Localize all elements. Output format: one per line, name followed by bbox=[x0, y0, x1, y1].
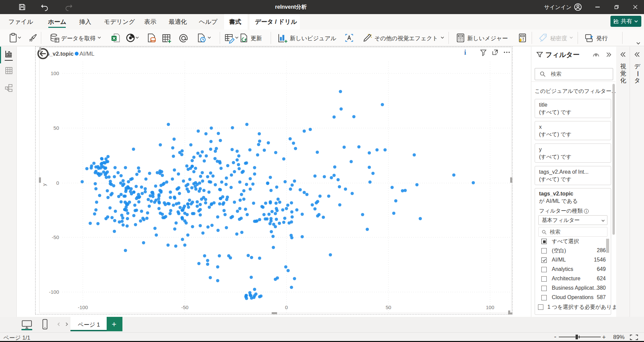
svg-text:-100: -100 bbox=[78, 304, 88, 310]
svg-text:-50: -50 bbox=[181, 304, 189, 310]
svg-text:-100: -100 bbox=[49, 289, 59, 295]
svg-text:i: i bbox=[464, 49, 466, 56]
svg-text:-50: -50 bbox=[52, 234, 59, 240]
svg-text:50: 50 bbox=[386, 304, 391, 310]
svg-text:0: 0 bbox=[285, 304, 288, 310]
svg-text:AI/ML: AI/ML bbox=[79, 51, 94, 57]
svg-text:50: 50 bbox=[53, 125, 59, 131]
svg-text:100: 100 bbox=[486, 304, 494, 310]
svg-text:0: 0 bbox=[56, 180, 59, 186]
svg-text:y: y bbox=[41, 183, 47, 186]
svg-text:100: 100 bbox=[51, 70, 59, 76]
